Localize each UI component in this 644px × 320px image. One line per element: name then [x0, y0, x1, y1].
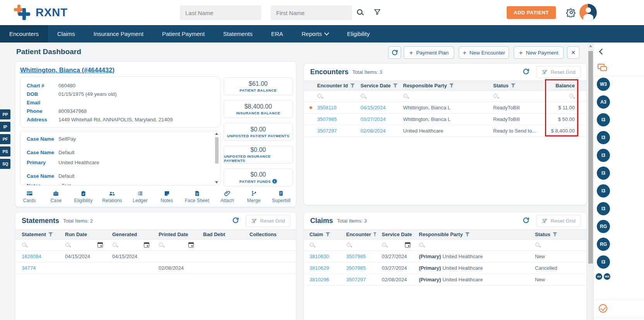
toolbar-item-case[interactable]: Case	[48, 190, 65, 206]
claims-refresh-button[interactable]	[521, 216, 531, 226]
check-circle-icon[interactable]	[599, 304, 607, 313]
filter-funnel-icon[interactable]	[373, 232, 376, 237]
statement-id-link[interactable]: 34774	[15, 265, 59, 271]
claim-row[interactable]: 3810629 3507985 03/27/2024 (Primary)Unit…	[304, 262, 586, 274]
statement-row[interactable]: 1626084 04/15/2024 04/15/2024	[15, 251, 296, 262]
calendar-icon[interactable]	[188, 242, 194, 248]
new-encounter-button[interactable]: +New Encounter	[459, 46, 509, 59]
nav-item-insurance-payment[interactable]: Insurance Payment	[84, 25, 153, 43]
service-date-filter[interactable]	[360, 94, 403, 99]
statements-reset-grid-button[interactable]: Reset Grid	[246, 215, 290, 227]
claim-row[interactable]: 3810296 3507297 02/08/2024 (Primary)Unit…	[304, 274, 586, 286]
toolbar-item-notes[interactable]: Notes	[158, 190, 175, 206]
info-icon[interactable]	[272, 179, 277, 184]
nav-item-encounters[interactable]: Encounters	[0, 25, 48, 43]
rail-badge-i3[interactable]: I3	[597, 167, 610, 180]
scroll-down-arrow[interactable]	[215, 181, 218, 184]
encounter-filter[interactable]	[341, 242, 376, 248]
filter-funnel-icon[interactable]	[325, 232, 330, 237]
encounter-id-link[interactable]: 3508110	[317, 105, 360, 111]
nav-item-reports[interactable]: Reports	[292, 25, 338, 43]
nav-item-statements[interactable]: Statements	[214, 25, 262, 43]
statement-row[interactable]: 34774 02/08/2024	[15, 262, 296, 274]
nav-item-claims[interactable]: Claims	[48, 25, 84, 43]
run-date-filter[interactable]	[59, 242, 106, 248]
status-filter[interactable]	[493, 94, 542, 99]
balance-filter[interactable]	[542, 94, 586, 99]
refresh-dashboard-button[interactable]	[388, 46, 401, 59]
encounter-id-link[interactable]: 3507297	[341, 277, 376, 283]
rail-badge-i3[interactable]: I3	[597, 149, 610, 162]
user-avatar[interactable]	[579, 4, 597, 21]
new-payment-button[interactable]: +New Payment	[514, 46, 564, 59]
first-name-input[interactable]	[271, 5, 352, 20]
service-date-link[interactable]: 02/08/2024	[360, 128, 403, 134]
rail-small-badge-w3[interactable]: W3	[604, 273, 610, 280]
statements-refresh-button[interactable]	[231, 216, 240, 226]
nav-item-patient-payment[interactable]: Patient Payment	[153, 25, 214, 43]
rxnt-logo[interactable]: RXNT	[13, 3, 68, 22]
rail-badge-rg[interactable]: RG	[597, 220, 610, 233]
service-date-link[interactable]: 04/15/2024	[360, 105, 403, 111]
advanced-filter-button[interactable]	[374, 8, 381, 17]
filter-funnel-icon[interactable]	[48, 232, 53, 237]
filter-funnel-icon[interactable]	[465, 232, 470, 237]
encounters-refresh-button[interactable]	[521, 67, 531, 77]
status-filter[interactable]	[530, 242, 586, 248]
generated-filter[interactable]	[106, 242, 152, 248]
rail-badge-rg[interactable]: RG	[597, 238, 610, 251]
toolbar-item-ledger[interactable]: Ledger	[132, 190, 149, 206]
toolbar-item-eligibility[interactable]: Eligibility	[74, 190, 93, 206]
scrollbar-thumb[interactable]	[588, 51, 593, 264]
encounter-id-link[interactable]: 3507985	[341, 254, 376, 259]
scrollbar-thumb[interactable]	[215, 137, 219, 163]
rail-badge-w3[interactable]: W3	[597, 78, 610, 91]
claim-id-link[interactable]: 3810296	[304, 277, 341, 283]
rail-badge-i3[interactable]: I3	[597, 255, 610, 269]
encounter-id-link[interactable]: 3507297	[317, 128, 360, 134]
nav-item-era[interactable]: ERA	[262, 25, 292, 43]
filter-funnel-icon[interactable]	[511, 83, 516, 88]
service-date-link[interactable]: 03/27/2024	[360, 116, 403, 122]
service-date-filter[interactable]	[376, 242, 413, 248]
printed-date-filter[interactable]	[152, 242, 197, 248]
claim-id-link[interactable]: 3810629	[304, 265, 341, 271]
toolbar-item-face-sheet[interactable]: Face Sheet	[185, 190, 209, 206]
calendar-icon[interactable]	[97, 242, 103, 248]
toolbar-item-attach[interactable]: Attach	[219, 190, 236, 206]
rail-small-badge-a3[interactable]: A3	[596, 273, 602, 280]
encounter-id-link[interactable]: 3507985	[341, 265, 376, 271]
calendar-icon[interactable]	[144, 242, 149, 248]
scroll-up-arrow[interactable]	[589, 45, 592, 47]
side-tab-pp[interactable]: PP	[0, 109, 10, 119]
payment-plan-button[interactable]: +Payment Plan	[404, 46, 454, 59]
rail-badge-i3[interactable]: I3	[597, 113, 610, 126]
scroll-up-arrow[interactable]	[215, 133, 218, 135]
statement-filter[interactable]	[15, 242, 59, 248]
settings-button[interactable]	[566, 7, 576, 17]
toolbar-item-superbill[interactable]: Superbill	[272, 190, 290, 206]
rail-badge-i3[interactable]: I3	[597, 184, 610, 197]
calendar-icon[interactable]	[405, 242, 410, 248]
main-scrollbar[interactable]	[588, 43, 593, 320]
encounter-row[interactable]: 3507985 03/27/2024 Whittington, Bianca L…	[304, 114, 586, 125]
encounter-id-link[interactable]: 3507985	[317, 116, 360, 122]
filter-funnel-icon[interactable]	[350, 83, 355, 88]
collapse-rail-chevron-icon[interactable]	[599, 49, 605, 55]
encounter-row[interactable]: 3507297 02/08/2024 United Healthcare Rea…	[304, 125, 586, 137]
side-tab-ip[interactable]: IP	[0, 122, 10, 132]
chat-icon[interactable]	[598, 64, 607, 71]
encounter-row[interactable]: 3508110 04/15/2024 Whittington, Bianca L…	[304, 102, 586, 114]
rail-badge-i3[interactable]: I3	[597, 131, 610, 144]
claim-filter[interactable]	[304, 242, 341, 248]
rail-badge-a3[interactable]: A3	[597, 95, 610, 109]
side-tab-ps[interactable]: PS	[0, 146, 10, 157]
patient-name-link[interactable]: Whittington, Bianca (#4644432)	[20, 66, 114, 74]
responsible-party-filter[interactable]	[413, 242, 530, 248]
claim-id-link[interactable]: 3810630	[304, 254, 341, 259]
toolbar-item-relations[interactable]: Relations	[102, 190, 122, 206]
filter-funnel-icon[interactable]	[449, 83, 454, 88]
side-tab-sq[interactable]: SQ	[0, 159, 10, 169]
statement-id-link[interactable]: 1626084	[15, 254, 59, 259]
add-patient-button[interactable]: ADD PATIENT	[507, 6, 556, 19]
